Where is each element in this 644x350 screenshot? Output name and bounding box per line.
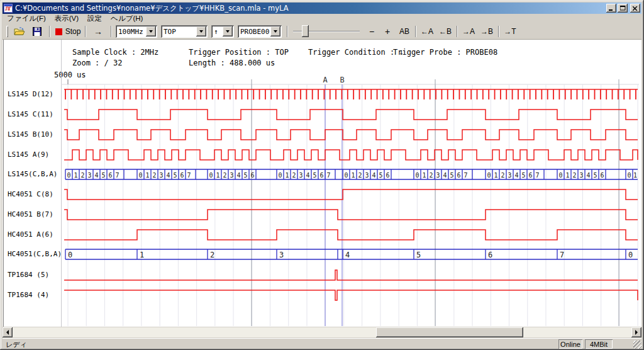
svg-text:6: 6	[457, 172, 460, 179]
svg-text:6: 6	[528, 172, 532, 179]
svg-text:5: 5	[101, 172, 105, 179]
svg-text:2: 2	[429, 172, 433, 179]
trigger-position-combo[interactable]: TOP	[161, 25, 208, 38]
zoom-ab-button[interactable]: AB	[396, 25, 413, 38]
menu-view[interactable]: 表示(V)	[50, 13, 83, 24]
svg-text:5: 5	[313, 172, 316, 179]
svg-text:3: 3	[299, 172, 303, 179]
dropdown-arrow-icon[interactable]	[196, 26, 206, 37]
svg-text:5: 5	[450, 172, 453, 179]
title-bar: C:¥Documents and Settings¥noname¥デスクトップ¥…	[3, 3, 641, 14]
svg-text:7: 7	[560, 251, 564, 259]
dropdown-arrow-icon[interactable]	[270, 26, 280, 37]
resize-grip[interactable]	[633, 341, 641, 349]
svg-text:1: 1	[74, 172, 77, 179]
sample-clock-combo[interactable]: 100MHz	[116, 25, 157, 38]
svg-text:3: 3	[365, 172, 369, 179]
floppy-disk-icon	[33, 27, 42, 36]
app-icon	[4, 4, 13, 13]
status-memory-badge: 4MBit	[585, 339, 613, 349]
scroll-left-button[interactable]	[3, 327, 13, 337]
close-button[interactable]	[630, 4, 640, 13]
svg-text:0: 0	[487, 172, 491, 179]
svg-text:3: 3	[436, 172, 440, 179]
svg-text:0: 0	[278, 172, 282, 179]
svg-text:1: 1	[494, 172, 497, 179]
goto-cursor-a-fwd-button[interactable]: →A	[460, 25, 477, 38]
timing-diagram[interactable]: AB01234567012345670123456012345670123456…	[3, 40, 641, 327]
svg-text:0: 0	[415, 172, 419, 179]
goto-cursor-b-back-button[interactable]: ←B	[437, 25, 453, 38]
dropdown-arrow-icon[interactable]	[223, 26, 233, 37]
svg-text:5: 5	[173, 172, 177, 179]
menu-file[interactable]: ファイル(F)	[3, 13, 50, 24]
scrollbar-thumb[interactable]	[376, 327, 523, 337]
svg-text:7: 7	[535, 172, 539, 179]
zoom-out-button[interactable]: −	[365, 25, 379, 38]
stop-button[interactable]: Stop	[53, 25, 83, 38]
status-ready-text: レディ	[6, 340, 27, 349]
svg-text:4: 4	[94, 172, 98, 179]
toolbar-separator	[415, 26, 416, 37]
toolbar-separator	[498, 26, 499, 37]
goto-cursor-a-back-button[interactable]: ←A	[419, 25, 435, 38]
svg-text:3: 3	[87, 172, 91, 179]
minimize-button[interactable]	[606, 4, 616, 13]
svg-text:2: 2	[572, 172, 576, 179]
svg-text:1: 1	[633, 172, 637, 179]
maximize-button[interactable]	[618, 4, 628, 13]
status-online-badge: Online	[558, 339, 582, 349]
svg-text:7: 7	[115, 172, 119, 179]
svg-text:6: 6	[250, 172, 254, 179]
svg-text:4: 4	[236, 172, 240, 179]
zoom-in-button[interactable]: +	[380, 25, 394, 38]
svg-text:4: 4	[166, 172, 170, 179]
svg-text:2: 2	[80, 172, 84, 179]
menu-bar: ファイル(F) 表示(V) 設定 ヘルプ(H)	[3, 14, 641, 23]
svg-text:2: 2	[292, 172, 296, 179]
goto-cursor-b-fwd-button[interactable]: →B	[479, 25, 495, 38]
svg-text:5: 5	[593, 172, 597, 179]
menu-settings[interactable]: 設定	[83, 13, 106, 24]
svg-text:3: 3	[508, 172, 511, 179]
svg-text:0: 0	[68, 251, 72, 259]
svg-text:3: 3	[279, 251, 284, 259]
svg-text:2: 2	[152, 172, 156, 179]
toolbar-separator	[287, 26, 288, 37]
svg-text:4: 4	[443, 172, 447, 179]
trigger-probe-combo[interactable]: PROBE00	[238, 25, 282, 38]
svg-text:7: 7	[464, 172, 467, 179]
status-bar: レディ Online 4MBit	[3, 338, 641, 349]
svg-text:2: 2	[501, 172, 504, 179]
svg-text:3: 3	[579, 172, 583, 179]
svg-text:3: 3	[159, 172, 163, 179]
svg-text:2: 2	[358, 172, 362, 179]
horizontal-scrollbar[interactable]	[3, 327, 641, 337]
trigger-edge-combo[interactable]: ↑	[211, 25, 234, 38]
svg-text:6: 6	[319, 172, 323, 179]
svg-text:0: 0	[558, 172, 562, 179]
menu-help[interactable]: ヘルプ(H)	[106, 13, 147, 24]
open-file-button[interactable]	[11, 25, 28, 38]
svg-text:5: 5	[243, 172, 247, 179]
svg-text:7: 7	[187, 172, 191, 179]
svg-text:A: A	[323, 76, 328, 84]
toolbar-separator	[111, 26, 112, 37]
svg-text:6: 6	[180, 172, 184, 179]
svg-text:1: 1	[565, 172, 569, 179]
run-button[interactable]: →	[89, 25, 108, 38]
svg-text:6: 6	[600, 172, 604, 179]
svg-text:4: 4	[306, 172, 309, 179]
zoom-slider-handle[interactable]	[302, 25, 309, 37]
svg-text:4: 4	[372, 172, 375, 179]
run-arrow-icon: →	[94, 26, 103, 37]
scroll-right-button[interactable]	[631, 327, 641, 337]
svg-text:1: 1	[422, 172, 426, 179]
goto-trigger-button[interactable]: →T	[502, 25, 518, 38]
save-button[interactable]	[29, 25, 45, 38]
dropdown-arrow-icon[interactable]	[146, 26, 156, 37]
svg-text:3: 3	[230, 172, 233, 179]
open-folder-icon	[14, 27, 25, 36]
svg-text:7: 7	[326, 172, 330, 179]
svg-text:2: 2	[210, 251, 214, 259]
